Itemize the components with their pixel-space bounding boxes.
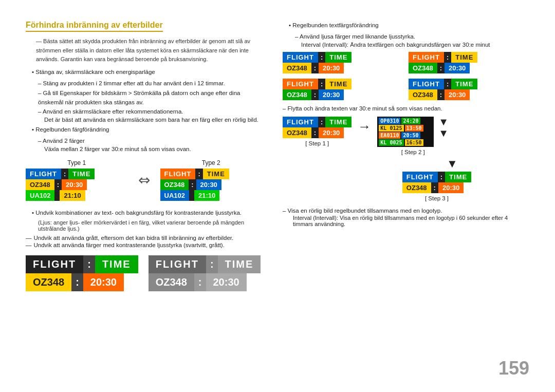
dash-visa-detail: Interval (Intervall): Visa en rörlig bil… xyxy=(293,215,529,227)
rw-a2-oz: OZ348 xyxy=(283,89,311,100)
page-number: 159 xyxy=(498,358,529,379)
step3-block: FLIGHT : TIME OZ348 : 20:30 [ Step 3 ] xyxy=(344,172,529,201)
rw-a1-colon2: : xyxy=(311,63,319,73)
step2-label: [ Step 2 ] xyxy=(377,149,449,155)
dash-1c: Använd en skärmsläckare efter rekommenda… xyxy=(38,107,262,116)
t1-colon3 xyxy=(54,190,60,201)
steps-section: FLIGHT : TIME OZ348 : 20:30 [ Step 1 ] xyxy=(283,117,529,227)
step3-widget: FLIGHT : TIME OZ348 : 20:30 xyxy=(402,172,471,193)
t1-ua: UA102 xyxy=(26,190,54,201)
t1-colon1: : xyxy=(61,169,68,179)
right-widgets-grid: FLIGHT : TIME OZ348 : 20:30 FLIGHT : TIM… xyxy=(283,52,529,100)
rw-a1-flight: FLIGHT xyxy=(283,52,318,63)
s1-colon2: : xyxy=(311,127,319,138)
rw-b2-colon1: : xyxy=(444,79,451,89)
r-dash-1b: Interval (Intervall): Ändra textfärgen o… xyxy=(301,42,529,48)
s3-flight: FLIGHT xyxy=(402,172,438,182)
rw-b1: FLIGHT : TIME OZ348 : 20:30 xyxy=(409,52,529,73)
r-dash-1a: Använd ljusa färger med liknande ljussty… xyxy=(295,32,529,41)
dash-2a: Använd 2 färger xyxy=(38,136,262,145)
lw2-2030: 20:30 xyxy=(206,273,247,291)
lw1-2030: 20:30 xyxy=(83,273,124,291)
s3-colon1: : xyxy=(438,172,445,182)
rw-b2-flight: FLIGHT xyxy=(409,79,444,89)
rw-b2: FLIGHT : TIME OZ348 : 20:30 xyxy=(409,79,529,100)
t1-flight: FLIGHT xyxy=(26,169,61,179)
em-dash-2: —Undvik att använda färger med kontraste… xyxy=(26,242,262,248)
step1-label: [ Step 1 ] xyxy=(283,140,351,146)
s1-2030: 20:30 xyxy=(319,127,344,138)
scroll-widget: OP0310 24:20 KL 0125 13:50 EA0110 20:50 xyxy=(377,117,434,147)
t1-colon2: : xyxy=(54,179,62,190)
s3-time: TIME xyxy=(445,172,471,182)
rw-b1-colon1: : xyxy=(444,52,451,63)
bullet-3: Undvik kombinationer av text- och bakgru… xyxy=(32,208,262,217)
em-dash-1: —Undvik att använda grått, eftersom det … xyxy=(26,235,262,241)
rw-b2-oz: OZ348 xyxy=(409,89,437,100)
rw-a1-colon1: : xyxy=(318,52,325,63)
t2-2030: 20:30 xyxy=(196,179,221,190)
t2-time: TIME xyxy=(203,169,229,179)
lw2-oz: OZ348 xyxy=(149,273,194,291)
section-title: Förhindra inbränning av efterbilder xyxy=(26,21,163,32)
s3-2030: 20:30 xyxy=(438,182,464,193)
t2-ua: UA102 xyxy=(160,190,189,201)
lw2-flight: FLIGHT xyxy=(149,255,206,273)
lw1-oz: OZ348 xyxy=(26,273,71,291)
s1-time: TIME xyxy=(325,117,351,127)
rw-b2-time: TIME xyxy=(451,79,477,89)
t1-oz: OZ348 xyxy=(26,179,54,190)
s1-flight: FLIGHT xyxy=(283,117,318,127)
step3-label: [ Step 3 ] xyxy=(344,195,529,201)
type1-block: Type 1 FLIGHT : TIME OZ348 : 20:30 UA10 xyxy=(26,159,128,201)
rw-a2-colon2: : xyxy=(311,89,319,100)
lw2-colon2: : xyxy=(194,273,206,291)
lw1-colon2: : xyxy=(71,273,83,291)
rw-b1-2030: 20:30 xyxy=(445,63,470,73)
t2-flight: FLIGHT xyxy=(160,169,196,179)
lw1-colon1: : xyxy=(83,255,95,273)
types-comparison: Type 1 FLIGHT : TIME OZ348 : 20:30 UA10 xyxy=(26,159,262,201)
dash-1b: Gå till Egenskaper för bildskärm > Ström… xyxy=(38,88,262,107)
t2-colon1: : xyxy=(195,169,202,179)
lw2-time: TIME xyxy=(218,255,261,273)
swap-arrow: ⇔ xyxy=(138,172,150,189)
rw-a2: FLIGHT : TIME OZ348 : 20:30 xyxy=(283,79,403,100)
rw-a1-2030: 20:30 xyxy=(319,63,344,73)
step2-block: OP0310 24:20 KL 0125 13:50 EA0110 20:50 xyxy=(377,117,449,155)
right-column: Regelbunden textfärgsförändring Använd l… xyxy=(278,21,529,377)
rw-b1-flight: FLIGHT xyxy=(409,52,444,63)
lw2-colon1: : xyxy=(206,255,218,273)
step1-block: FLIGHT : TIME OZ348 : 20:30 [ Step 1 ] xyxy=(283,117,351,146)
down-arrows: ▼ ▼ xyxy=(438,117,449,138)
s1-colon1: : xyxy=(318,117,325,127)
large-widget-2: FLIGHT : TIME OZ348 : 20:30 xyxy=(149,255,261,291)
bullet-2: Regelbunden färgförändring xyxy=(32,125,262,134)
rw-a2-2030: 20:30 xyxy=(319,89,344,100)
bullet-1: Stänga av, skärmsläckare och energisparl… xyxy=(32,67,262,77)
paren-3: (Ljus: anger ljus- eller mörkervärdet i … xyxy=(38,219,262,232)
lw1-time: TIME xyxy=(95,255,138,273)
s1-oz: OZ348 xyxy=(283,127,311,138)
step-arrow-1: → xyxy=(358,119,371,135)
type2-widget: FLIGHT : TIME OZ348 : 20:30 UA102 21:10 xyxy=(160,169,229,201)
s3-colon2: : xyxy=(431,182,438,193)
rw-a2-colon1: : xyxy=(318,79,325,89)
rw-b2-2030: 20:30 xyxy=(445,89,470,100)
step-arrow-down: ▼ xyxy=(375,157,529,171)
rw-b1-oz: OZ348 xyxy=(409,63,437,73)
rw-b2-colon2: : xyxy=(437,89,445,100)
lw1-flight: FLIGHT xyxy=(26,255,83,273)
r-bullet-1: Regelbunden textfärgsförändring xyxy=(289,21,529,30)
intro-text: Bästa sättet att skydda produkten från i… xyxy=(36,37,262,64)
rw-a2-time: TIME xyxy=(325,79,351,89)
step1-widget: FLIGHT : TIME OZ348 : 20:30 xyxy=(283,117,351,138)
s3-oz: OZ348 xyxy=(402,182,431,193)
t2-colon2: : xyxy=(189,179,196,190)
rw-a1-time: TIME xyxy=(325,52,351,63)
type1-widget: FLIGHT : TIME OZ348 : 20:30 UA102 21:10 xyxy=(26,169,95,201)
t1-2030: 20:30 xyxy=(62,179,87,190)
t2-oz: OZ348 xyxy=(160,179,189,190)
dash-1a: Stäng av produkten i 2 timmar efter att … xyxy=(38,79,262,88)
type1-label: Type 1 xyxy=(26,159,128,166)
